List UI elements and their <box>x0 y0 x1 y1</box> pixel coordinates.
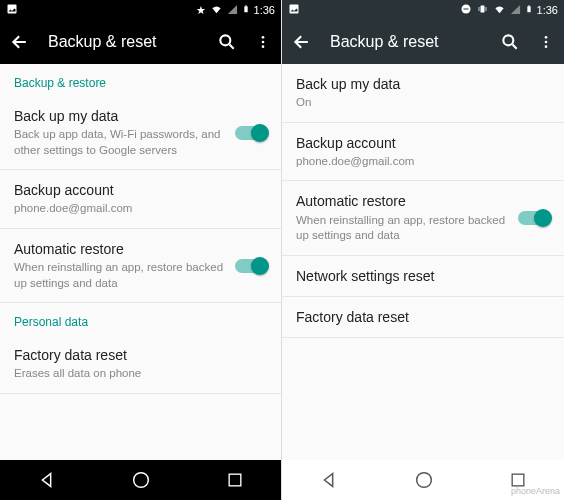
svg-rect-13 <box>527 6 530 12</box>
section-header-backup-restore: Backup & restore <box>0 64 281 96</box>
item-title: Factory data reset <box>14 346 259 364</box>
back-icon[interactable] <box>10 32 30 52</box>
item-subtitle: phone.doe@gmail.com <box>296 154 542 170</box>
search-icon[interactable] <box>217 32 237 52</box>
svg-rect-2 <box>245 5 246 6</box>
app-title: Backup & reset <box>330 33 482 51</box>
item-subtitle: Erases all data on phone <box>14 366 259 382</box>
item-subtitle: Back up app data, Wi-Fi passwords, and o… <box>14 127 227 158</box>
section-header-personal-data: Personal data <box>0 303 281 335</box>
svg-point-16 <box>545 36 548 39</box>
back-icon[interactable] <box>292 32 312 52</box>
toggle-backup-my-data[interactable] <box>235 126 267 140</box>
svg-rect-20 <box>512 474 524 486</box>
item-title: Automatic restore <box>14 240 227 258</box>
signal-icon <box>227 4 238 17</box>
svg-point-3 <box>220 35 230 45</box>
item-subtitle: On <box>296 95 542 111</box>
status-bar: 1:36 <box>282 0 564 20</box>
nav-bar <box>0 460 281 500</box>
svg-rect-0 <box>8 5 17 14</box>
svg-rect-8 <box>229 474 241 486</box>
watermark: phoneArena <box>511 486 560 496</box>
status-bar: ★ 1:36 <box>0 0 281 20</box>
item-factory-data-reset[interactable]: Factory data reset Erases all data on ph… <box>0 335 281 394</box>
picture-icon <box>288 3 300 17</box>
item-subtitle: When reinstalling an app, restore backed… <box>14 260 227 291</box>
status-time: 1:36 <box>537 4 558 16</box>
settings-list: Back up my data On Backup account phone.… <box>282 64 564 460</box>
item-automatic-restore[interactable]: Automatic restore When reinstalling an a… <box>0 229 281 303</box>
wifi-icon <box>210 4 223 17</box>
nav-back-icon[interactable] <box>36 469 58 491</box>
item-backup-account[interactable]: Backup account phone.doe@gmail.com <box>0 170 281 229</box>
svg-point-7 <box>134 473 149 488</box>
item-title: Back up my data <box>296 75 542 93</box>
svg-point-17 <box>545 41 548 44</box>
battery-icon <box>525 3 533 17</box>
nav-home-icon[interactable] <box>130 469 152 491</box>
item-title: Back up my data <box>14 107 227 125</box>
item-backup-my-data[interactable]: Back up my data On <box>282 64 564 123</box>
nav-back-icon[interactable] <box>318 469 340 491</box>
toggle-automatic-restore[interactable] <box>235 259 267 273</box>
search-icon[interactable] <box>500 32 520 52</box>
item-automatic-restore[interactable]: Automatic restore When reinstalling an a… <box>282 181 564 255</box>
item-title: Factory data reset <box>296 308 542 326</box>
item-title: Backup account <box>296 134 542 152</box>
svg-rect-11 <box>463 9 468 10</box>
item-backup-account[interactable]: Backup account phone.doe@gmail.com <box>282 123 564 182</box>
wifi-icon <box>493 4 506 17</box>
app-title: Backup & reset <box>48 33 199 51</box>
item-title: Network settings reset <box>296 267 542 285</box>
dnd-icon <box>460 3 472 17</box>
item-backup-my-data[interactable]: Back up my data Back up app data, Wi-Fi … <box>0 96 281 170</box>
vibrate-icon <box>476 3 489 17</box>
svg-point-15 <box>503 35 513 45</box>
settings-list: Backup & restore Back up my data Back up… <box>0 64 281 460</box>
item-network-settings-reset[interactable]: Network settings reset <box>282 256 564 297</box>
star-icon: ★ <box>196 4 206 17</box>
app-bar: Backup & reset <box>282 20 564 64</box>
svg-rect-12 <box>480 6 484 13</box>
picture-icon <box>6 3 18 17</box>
item-factory-data-reset[interactable]: Factory data reset <box>282 297 564 338</box>
toggle-automatic-restore[interactable] <box>518 211 550 225</box>
item-title: Backup account <box>14 181 259 199</box>
item-subtitle: When reinstalling an app, restore backed… <box>296 213 510 244</box>
phone-left: ★ 1:36 Backup & reset Backup & restore B… <box>0 0 282 500</box>
app-bar: Backup & reset <box>0 20 281 64</box>
svg-rect-9 <box>290 5 299 14</box>
item-title: Automatic restore <box>296 192 510 210</box>
svg-rect-1 <box>244 6 247 12</box>
svg-point-18 <box>545 45 548 48</box>
svg-point-4 <box>262 36 265 39</box>
phone-right: 1:36 Backup & reset Back up my data On B… <box>282 0 564 500</box>
svg-point-19 <box>417 473 432 488</box>
svg-point-5 <box>262 41 265 44</box>
overflow-menu-icon[interactable] <box>255 32 271 52</box>
nav-home-icon[interactable] <box>413 469 435 491</box>
item-subtitle: phone.doe@gmail.com <box>14 201 259 217</box>
overflow-menu-icon[interactable] <box>538 32 554 52</box>
battery-icon <box>242 3 250 17</box>
signal-icon <box>510 4 521 17</box>
nav-recent-icon[interactable] <box>225 470 245 490</box>
svg-rect-14 <box>528 5 529 6</box>
status-time: 1:36 <box>254 4 275 16</box>
svg-point-6 <box>262 45 265 48</box>
